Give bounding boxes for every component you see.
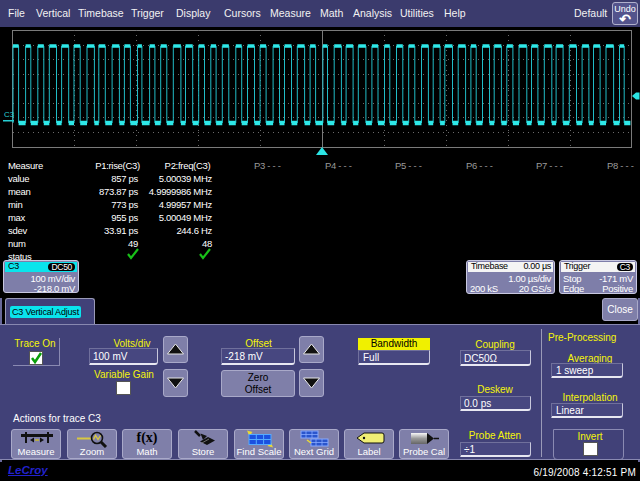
svg-text:C3: C3 bbox=[4, 110, 15, 119]
